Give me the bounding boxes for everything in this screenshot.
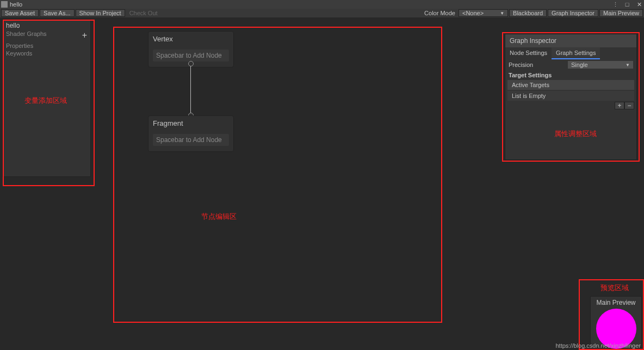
vertex-output-port[interactable] [188,61,194,66]
color-mode-dropdown[interactable]: <None> ▼ [459,9,508,17]
target-settings-section: Target Settings [505,70,636,80]
toolbar: Save Asset Save As... Show In Project Ch… [0,9,644,17]
title-bar: hello ⋮ □ ✕ [0,0,644,9]
vertex-add-hint: Spacebar to Add Node [153,50,229,62]
blackboard-panel[interactable]: hello Shader Graphs + Properties Keyword… [2,19,91,177]
blackboard-title: hello [6,22,87,29]
app-icon [1,1,8,8]
inspector-annotation: 属性调整区域 [554,129,597,139]
node-editor-annotation-box: 节点编辑区 [113,27,442,323]
preview-annotation: 预览区域 [600,283,629,293]
main-preview-panel[interactable]: Main Preview [590,296,642,348]
inspector-title: Graph Inspector [505,34,636,47]
check-out-button: Check Out [126,9,161,17]
node-connection [190,66,191,113]
chevron-down-icon: ▼ [626,63,630,67]
tab-graph-settings[interactable]: Graph Settings [552,47,600,59]
precision-label: Precision [509,62,568,68]
editor-annotation: 节点编辑区 [201,212,237,222]
blackboard-subtitle: Shader Graphs [6,30,87,37]
show-in-project-button[interactable]: Show In Project [76,9,125,17]
save-asset-button[interactable]: Save Asset [1,9,39,17]
close-button[interactable]: ✕ [635,1,643,8]
blackboard-annotation: 变量添加区域 [24,96,67,106]
graph-inspector-toggle[interactable]: Graph Inspector [548,9,598,17]
remove-target-button[interactable]: − [624,102,634,109]
vertex-node-title: Vertex [148,32,233,46]
blackboard-toggle[interactable]: Blackboard [509,9,547,17]
tab-node-settings[interactable]: Node Settings [505,47,552,59]
watermark: https://blog.csdn.net/xinzhilinger [555,342,641,349]
targets-empty-state: List is Empty [507,91,634,101]
fragment-node[interactable]: Fragment Spacebar to Add Node [148,115,234,152]
window-title: hello [10,1,22,8]
precision-dropdown[interactable]: Single ▼ [568,61,633,69]
main-area[interactable]: hello Shader Graphs + Properties Keyword… [0,17,644,350]
precision-value: Single [571,62,588,68]
chevron-down-icon: ▼ [500,11,504,16]
kebab-menu-icon[interactable]: ⋮ [611,1,619,8]
main-preview-toggle[interactable]: Main Preview [599,9,643,17]
add-target-button[interactable]: + [615,102,624,109]
color-mode-label: Color Mode [424,10,455,16]
active-targets-header: Active Targets [507,80,634,90]
fragment-add-hint: Spacebar to Add Node [153,134,229,146]
color-mode-value: <None> [462,10,484,16]
preview-title: Main Preview [591,297,641,309]
maximize-button[interactable]: □ [623,1,631,8]
keywords-section[interactable]: Keywords [6,50,87,57]
save-as-button[interactable]: Save As... [40,9,75,17]
add-property-button[interactable]: + [82,30,87,40]
graph-inspector-panel[interactable]: Graph Inspector Node Settings Graph Sett… [505,34,637,160]
properties-section[interactable]: Properties [6,42,87,49]
fragment-node-title: Fragment [148,116,233,131]
